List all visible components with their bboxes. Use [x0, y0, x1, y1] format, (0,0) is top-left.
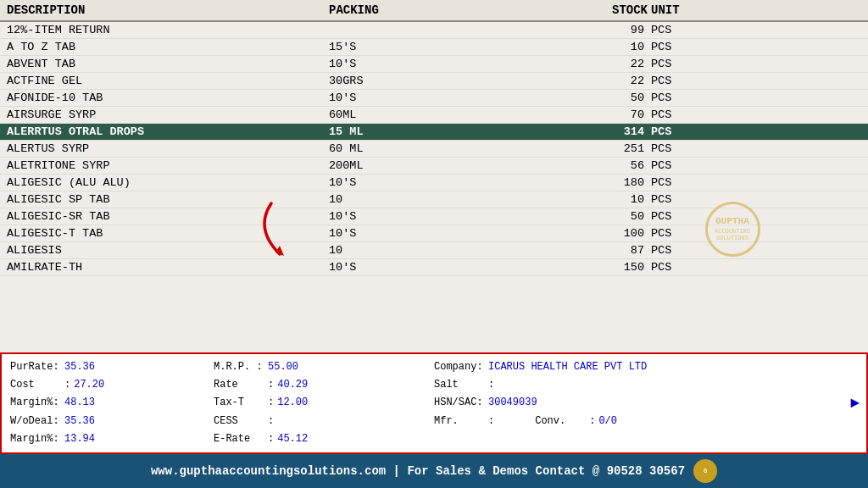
table-row[interactable]: AMILRATE-TH 10'S 150 PCS	[0, 259, 868, 276]
company-label: Company:	[434, 359, 485, 375]
row-unit: PCS	[651, 75, 719, 87]
wodeal-label: W/oDeal:	[10, 413, 61, 430]
row-unit: PCS	[651, 58, 719, 70]
mfr-label: Mfr.	[434, 413, 485, 430]
header-stock: STOCK	[566, 3, 651, 17]
row-unit: PCS	[651, 176, 719, 189]
row-desc: ALIGESIC SP TAB	[7, 193, 329, 206]
table-row[interactable]: ALIGESIC SP TAB 10 10 PCS	[0, 191, 868, 208]
row-stock: 251	[566, 142, 651, 155]
row-desc: 12%-ITEM RETURN	[7, 24, 329, 36]
tax-line: Tax-T : 12.00	[214, 395, 434, 411]
table-row[interactable]: AIRSURGE SYRP 60ML 70 PCS	[0, 107, 868, 124]
company-line: Company: ICARUS HEALTH CARE PVT LTD	[434, 359, 858, 375]
row-packing: 10'S	[329, 58, 566, 70]
table-row[interactable]: ALIGESIC-SR TAB 10'S 50 PCS	[0, 208, 868, 225]
row-unit: PCS	[651, 24, 719, 36]
table-row[interactable]: ALERTUS SYRP 60 ML 251 PCS	[0, 141, 868, 158]
row-packing: 10'S	[329, 227, 566, 240]
row-desc: AMILRATE-TH	[7, 261, 329, 274]
cess-colon: :	[268, 413, 274, 430]
purrate-line: PurRate: 35.36	[10, 359, 214, 375]
table-row[interactable]: A TO Z TAB 15'S 10 PCS	[0, 39, 868, 56]
row-unit: PCS	[651, 193, 719, 206]
nav-arrow-icon[interactable]: ►	[850, 395, 860, 412]
salt-label: Salt	[434, 377, 485, 393]
row-stock: 314	[566, 125, 651, 138]
margin-line: Margin%: 48.13	[10, 395, 214, 411]
row-stock: 10	[566, 41, 651, 53]
row-packing: 10'S	[329, 176, 566, 189]
tax-label: Tax-T	[214, 395, 264, 411]
tax-value: 12.00	[277, 395, 308, 411]
table-row[interactable]: 12%-ITEM RETURN 99 PCS	[0, 22, 868, 39]
row-desc: ALETRITONE SYRP	[7, 159, 329, 172]
row-unit: PCS	[651, 159, 719, 172]
cost-line: Cost : 27.20	[10, 377, 214, 393]
row-unit: PCS	[651, 41, 719, 53]
row-packing: 15 ML	[329, 125, 566, 138]
header-unit: UNIT	[651, 3, 719, 17]
row-stock: 56	[566, 159, 651, 172]
table-row[interactable]: ACTFINE GEL 30GRS 22 PCS	[0, 73, 868, 90]
row-desc: ALIGESIC-SR TAB	[7, 210, 329, 223]
cess-line: CESS :	[214, 413, 434, 430]
row-packing: 10	[329, 193, 566, 206]
table-row[interactable]: ALETRITONE SYRP 200ML 56 PCS	[0, 158, 868, 175]
row-stock: 50	[566, 92, 651, 104]
row-packing: 10'S	[329, 210, 566, 223]
table-row[interactable]: AFONIDE-10 TAB 10'S 50 PCS	[0, 90, 868, 107]
row-packing	[329, 24, 566, 36]
rate-colon: :	[268, 377, 274, 393]
wodeal-line: W/oDeal: 35.36	[10, 413, 214, 430]
table-row[interactable]: ALIGESIC-T TAB 10'S 100 PCS	[0, 225, 868, 242]
cost-label: Cost	[10, 377, 61, 393]
row-unit: PCS	[651, 227, 719, 240]
row-stock: 22	[566, 58, 651, 70]
table-header: DESCRIPTION PACKING STOCK UNIT	[0, 0, 868, 22]
row-unit: PCS	[651, 108, 719, 121]
row-desc: ALIGESIC (ALU ALU)	[7, 176, 329, 189]
row-stock: 180	[566, 176, 651, 189]
row-packing: 30GRS	[329, 75, 566, 87]
purrate-value: 35.36	[64, 359, 95, 375]
row-packing: 10	[329, 244, 566, 257]
rate-label: Rate	[214, 377, 264, 393]
conv-label: Conv.	[535, 413, 586, 430]
hsn-label: HSN/SAC:	[434, 395, 485, 411]
row-unit: PCS	[651, 261, 719, 274]
row-desc: ABVENT TAB	[7, 58, 329, 70]
row-packing: 10'S	[329, 261, 566, 274]
footer-text: www.gupthaaccountingsolutions.com | For …	[151, 464, 685, 478]
table-row[interactable]: ALIGESIC (ALU ALU) 10'S 180 PCS	[0, 175, 868, 191]
row-unit: PCS	[651, 92, 719, 104]
cost-value: 27.20	[74, 377, 104, 393]
margin2-label: Margin%:	[10, 431, 61, 447]
row-stock: 99	[566, 24, 651, 36]
mfr-line: Mfr. : Conv. : 0/0	[434, 413, 858, 430]
erate-colon: :	[268, 431, 274, 447]
info-panel: PurRate: 35.36 Cost : 27.20 Margin%: 48.…	[0, 352, 868, 454]
margin2-line: Margin%: 13.94	[10, 431, 214, 447]
row-stock: 87	[566, 244, 651, 257]
table-row[interactable]: ALIGESIS 10 87 PCS	[0, 242, 868, 259]
erate-label: E-Rate	[214, 431, 264, 447]
salt-colon: :	[488, 377, 494, 393]
table-body: 12%-ITEM RETURN 99 PCS A TO Z TAB 15'S 1…	[0, 22, 868, 352]
rate-line: Rate : 40.29	[214, 377, 434, 393]
erate-value: 45.12	[277, 431, 308, 447]
mrp-value: 55.00	[268, 359, 298, 375]
footer-logo: G	[693, 459, 717, 483]
header-description: DESCRIPTION	[7, 3, 329, 17]
table-row[interactable]: ABVENT TAB 10'S 22 PCS	[0, 56, 868, 73]
table-row[interactable]: ALERRTUS OTRAL DROPS 15 ML 314 PCS	[0, 124, 868, 141]
row-desc: ACTFINE GEL	[7, 75, 329, 87]
row-desc: A TO Z TAB	[7, 41, 329, 53]
margin-value: 48.13	[64, 395, 95, 411]
row-desc: ALIGESIS	[7, 244, 329, 257]
info-col-2: M.R.P. : 55.00 Rate : 40.29 Tax-T : 12.0…	[214, 359, 434, 447]
info-col-1: PurRate: 35.36 Cost : 27.20 Margin%: 48.…	[10, 359, 214, 447]
cost-colon: :	[64, 377, 70, 393]
hsn-value: 30049039	[488, 395, 537, 411]
row-packing: 15'S	[329, 41, 566, 53]
